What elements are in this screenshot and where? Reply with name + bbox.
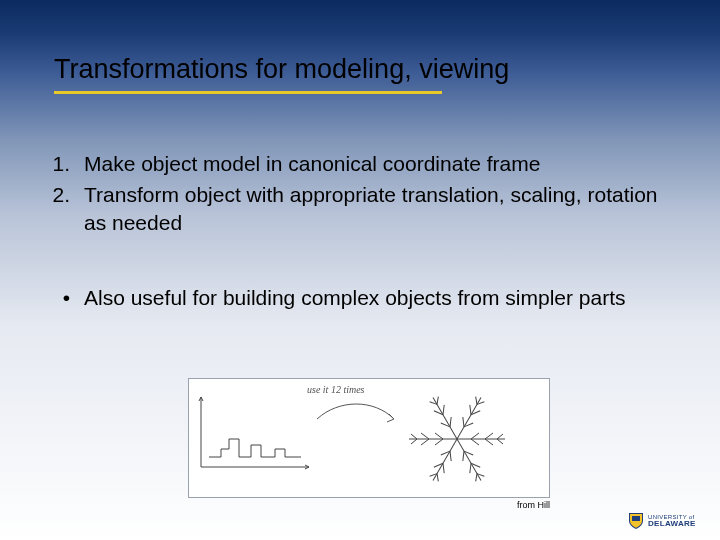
list-text: Make object model in canonical coordinat…: [84, 150, 680, 177]
logo-text: UNIVERSITY of DELAWARE: [648, 514, 696, 528]
list-item: 1. Make object model in canonical coordi…: [30, 150, 680, 177]
svg-line-35: [457, 397, 481, 439]
title-underline: [54, 91, 442, 94]
svg-line-28: [433, 397, 457, 439]
svg-line-2: [471, 439, 479, 445]
svg-line-1: [471, 433, 479, 439]
logo-line-2: DELAWARE: [648, 520, 696, 528]
svg-line-14: [433, 439, 457, 481]
svg-line-7: [457, 439, 481, 481]
svg-line-5: [497, 434, 503, 439]
shield-icon: [628, 512, 644, 530]
title-block: Transformations for modeling, viewing: [54, 54, 660, 94]
list-marker: 2.: [30, 181, 84, 236]
svg-line-3: [485, 433, 493, 439]
svg-line-22: [435, 439, 443, 445]
figure-caption-text: use it 12 times: [307, 384, 365, 395]
list-item: • Also useful for building complex objec…: [30, 284, 680, 311]
list-text: Transform object with appropriate transl…: [84, 181, 680, 236]
slide-title: Transformations for modeling, viewing: [54, 54, 509, 89]
svg-line-27: [411, 434, 417, 439]
list-marker: 1.: [30, 150, 84, 177]
svg-rect-42: [632, 516, 640, 521]
bullet-marker: •: [30, 284, 84, 311]
svg-line-26: [411, 439, 417, 444]
svg-line-4: [485, 439, 493, 445]
list-item: 2. Transform object with appropriate tra…: [30, 181, 680, 236]
slide-body: 1. Make object model in canonical coordi…: [30, 150, 680, 315]
figure-credit: from Hill: [517, 500, 550, 510]
figure: use it 12 times: [188, 378, 550, 498]
snowflake-diagram-icon: use it 12 times: [189, 379, 549, 497]
slide: Transformations for modeling, viewing 1.…: [0, 0, 720, 540]
svg-line-6: [497, 439, 503, 444]
svg-line-24: [421, 439, 429, 445]
university-logo: UNIVERSITY of DELAWARE: [628, 510, 708, 532]
svg-line-23: [435, 433, 443, 439]
list-text: Also useful for building complex objects…: [84, 284, 680, 311]
svg-line-25: [421, 433, 429, 439]
